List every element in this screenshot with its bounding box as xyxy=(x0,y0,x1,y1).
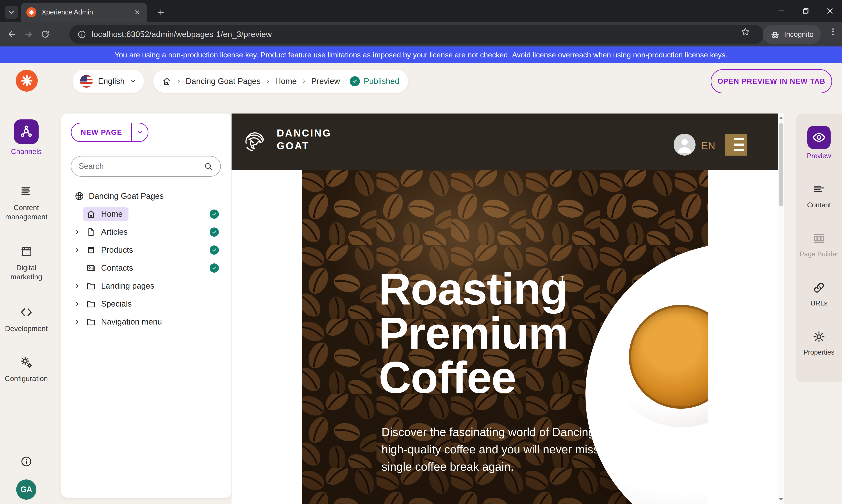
forward-button[interactable] xyxy=(21,27,36,41)
view-tab-preview[interactable]: Preview xyxy=(807,126,831,160)
sidebar-item-label: Configuration xyxy=(1,374,52,383)
brand-line1: DANCING xyxy=(277,127,332,139)
preview-scrollbar[interactable] xyxy=(778,113,784,504)
browser-tab[interactable]: Xperience Admin xyxy=(21,3,147,22)
address-bar[interactable]: localhost:63052/admin/webpages-1/en_3/pr… xyxy=(69,25,764,44)
tab-close-icon[interactable] xyxy=(133,8,142,17)
breadcrumb-item-page[interactable]: Home xyxy=(275,77,297,86)
tree-item-node[interactable]: Articles xyxy=(83,225,133,239)
tree-item-products[interactable]: Products xyxy=(61,241,231,259)
scroll-up-arrow[interactable] xyxy=(779,116,783,119)
tree-root[interactable]: Dancing Goat Pages xyxy=(61,187,231,205)
chevron-right-icon[interactable] xyxy=(73,319,83,325)
window-close-button[interactable] xyxy=(818,0,842,22)
view-tab-label: Page Builder xyxy=(800,250,839,258)
new-page-split-button[interactable]: NEW PAGE xyxy=(71,123,148,142)
folder-icon xyxy=(86,281,96,291)
tree-item-navigation-menu[interactable]: Navigation menu xyxy=(61,313,231,331)
tree-item-articles[interactable]: Articles xyxy=(61,223,231,241)
gears-icon xyxy=(19,354,33,371)
storefront-icon xyxy=(19,242,33,260)
chevron-right-icon[interactable] xyxy=(73,247,83,253)
tree-item-node[interactable]: Landing pages xyxy=(83,279,160,293)
tree-item-selected[interactable]: Home xyxy=(83,207,128,221)
publish-status: Published xyxy=(350,76,400,86)
site-info-icon[interactable] xyxy=(76,29,88,40)
home-icon xyxy=(86,209,96,219)
chevron-right-icon xyxy=(301,78,307,84)
info-button[interactable] xyxy=(20,455,32,467)
dancing-goat-logo-icon[interactable] xyxy=(243,130,267,154)
user-avatar[interactable]: GA xyxy=(16,480,36,500)
published-check-icon xyxy=(210,246,219,255)
sidebar-item-label: Development xyxy=(1,324,52,333)
tree-item-contacts[interactable]: Contacts xyxy=(61,259,231,277)
license-banner-suffix: . xyxy=(725,51,727,59)
bookmark-star-icon[interactable] xyxy=(741,27,750,36)
hero-title-line: Roasting xyxy=(379,267,568,311)
published-check-icon xyxy=(210,264,219,273)
language-label: English xyxy=(98,77,125,86)
scroll-down-arrow[interactable] xyxy=(779,498,783,501)
tree-item-landing-pages[interactable]: Landing pages xyxy=(61,277,231,295)
view-tab-properties[interactable]: Properties xyxy=(803,328,834,356)
us-flag-icon xyxy=(80,75,93,88)
window-minimize-button[interactable] xyxy=(770,0,794,22)
new-page-button[interactable]: NEW PAGE xyxy=(71,123,132,141)
license-banner-link[interactable]: Avoid license overreach when using non-p… xyxy=(512,51,725,59)
home-icon[interactable] xyxy=(162,77,171,86)
site-user-avatar[interactable] xyxy=(673,134,696,156)
breadcrumb-item-channel[interactable]: Dancing Goat Pages xyxy=(186,77,261,86)
reload-button[interactable] xyxy=(38,27,52,41)
tree-root-label: Dancing Goat Pages xyxy=(89,192,163,201)
hero-title-line: Premium xyxy=(379,311,568,355)
sidebar-item-development[interactable]: Development xyxy=(1,304,52,333)
hamburger-menu-button[interactable] xyxy=(725,134,747,156)
page-tree: Dancing Goat Pages Home Articles Product… xyxy=(61,187,231,331)
view-tab-urls[interactable]: URLs xyxy=(810,279,827,307)
page-tree-panel: NEW PAGE Dancing Goat Pages Home Article… xyxy=(61,113,231,498)
site-brand[interactable]: DANCINGGOAT xyxy=(277,127,332,152)
kentico-logo-icon[interactable] xyxy=(16,70,38,92)
open-preview-new-tab-button[interactable]: OPEN PREVIEW IN NEW TAB xyxy=(711,69,832,93)
scrollbar-thumb[interactable] xyxy=(779,123,783,206)
new-page-caret[interactable] xyxy=(132,123,148,141)
folder-icon xyxy=(86,317,96,327)
new-tab-button[interactable] xyxy=(155,6,167,18)
license-banner-text: You are using a non-production license k… xyxy=(115,51,510,59)
search-input[interactable] xyxy=(79,162,204,171)
tree-item-node[interactable]: Products xyxy=(83,243,139,257)
chevron-right-icon[interactable] xyxy=(73,229,83,235)
file-icon xyxy=(86,227,96,237)
site-language-toggle[interactable]: EN xyxy=(701,140,715,151)
channels-icon xyxy=(14,120,39,144)
back-button[interactable] xyxy=(5,27,19,41)
tab-search-button[interactable] xyxy=(5,6,18,19)
window-restore-button[interactable] xyxy=(794,0,818,22)
hero-title-line: Coffee xyxy=(379,355,568,399)
chevron-right-icon[interactable] xyxy=(73,301,83,307)
tree-search[interactable] xyxy=(71,156,221,177)
app-sidebar: Channels Content management Digital mark… xyxy=(0,101,53,500)
view-tab-page-builder[interactable]: Page Builder xyxy=(800,230,839,258)
tree-item-label: Products xyxy=(101,246,133,255)
sidebar-item-channels[interactable]: Channels xyxy=(1,120,52,156)
status-label: Published xyxy=(364,77,400,86)
breadcrumb-item-view: Preview xyxy=(311,77,340,86)
chevron-down-icon xyxy=(8,8,15,16)
browser-tabstrip: Xperience Admin xyxy=(0,0,842,22)
tree-item-node[interactable]: Specials xyxy=(83,297,138,311)
language-selector[interactable]: English xyxy=(73,70,144,93)
sidebar-item-digital-marketing[interactable]: Digital marketing xyxy=(1,242,52,282)
view-tab-label: Properties xyxy=(803,348,834,356)
tree-item-home[interactable]: Home xyxy=(61,205,231,223)
sidebar-item-configuration[interactable]: Configuration xyxy=(1,354,52,383)
browser-menu-icon[interactable] xyxy=(828,27,838,36)
chevron-right-icon[interactable] xyxy=(73,283,83,289)
tree-item-specials[interactable]: Specials xyxy=(61,295,231,313)
tree-item-node[interactable]: Contacts xyxy=(83,261,139,275)
box-icon xyxy=(86,245,96,255)
view-tab-content[interactable]: Content xyxy=(807,181,831,209)
tree-item-node[interactable]: Navigation menu xyxy=(83,315,168,329)
sidebar-item-content-management[interactable]: Content management xyxy=(1,182,52,221)
